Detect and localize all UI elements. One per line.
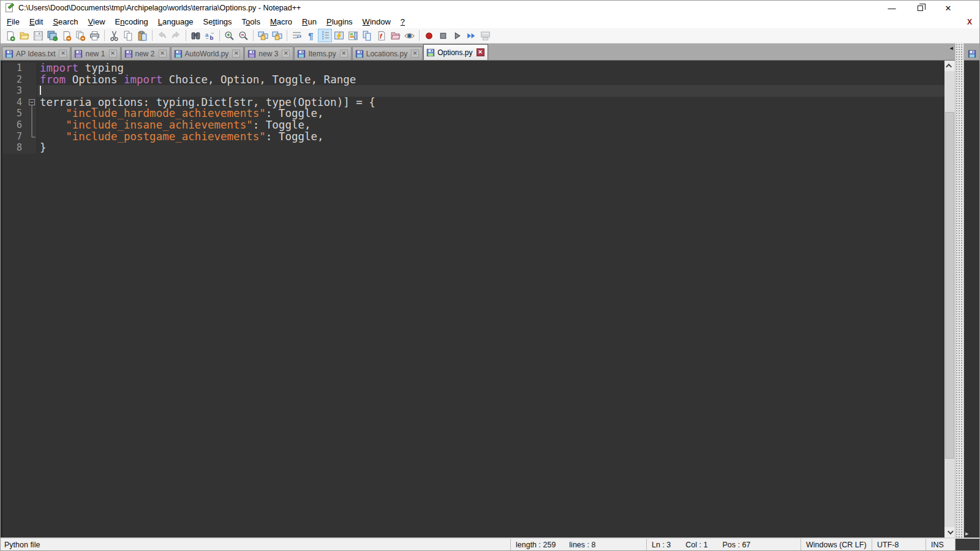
- tab-close-icon[interactable]: ✕: [340, 50, 348, 58]
- folder-as-workspace-button[interactable]: [388, 29, 402, 42]
- tab-close-icon[interactable]: ✕: [109, 50, 117, 58]
- tab-options.py[interactable]: Options.py✕: [423, 44, 488, 60]
- tab-new-1[interactable]: new 1✕: [71, 47, 120, 60]
- fold-collapse-icon[interactable]: [27, 97, 37, 108]
- restore-button[interactable]: [906, 1, 934, 15]
- undo-button[interactable]: [155, 29, 169, 42]
- new-file-button[interactable]: [3, 29, 17, 42]
- menu-view[interactable]: View: [83, 16, 110, 28]
- macro-stop-button[interactable]: [436, 29, 450, 42]
- tab-close-icon[interactable]: ✕: [232, 50, 240, 58]
- show-all-characters-button[interactable]: ¶: [304, 29, 318, 42]
- replace-button[interactable]: ab: [203, 29, 217, 42]
- scroll-up-icon[interactable]: [944, 61, 955, 71]
- function-completion-icon: [334, 31, 344, 41]
- tab-label: AP Ideas.txt: [16, 50, 55, 58]
- tab-ap-ideas.txt[interactable]: AP Ideas.txt✕: [2, 47, 70, 60]
- tab-close-icon[interactable]: ✕: [282, 50, 290, 58]
- tab-close-icon[interactable]: ✕: [59, 50, 67, 58]
- code-line[interactable]: 3: [2, 85, 944, 97]
- zoom-in-button[interactable]: [222, 29, 236, 42]
- close-button[interactable]: ✕: [934, 1, 962, 15]
- save-file-button[interactable]: [31, 29, 45, 42]
- document-map-button[interactable]: [346, 29, 360, 42]
- word-wrap-button[interactable]: [290, 29, 304, 42]
- find-button[interactable]: [189, 29, 203, 42]
- menu-language[interactable]: Language: [153, 16, 198, 28]
- close-document-x[interactable]: X: [965, 18, 974, 26]
- tab-items.py[interactable]: Items.py✕: [294, 47, 351, 60]
- redo-button[interactable]: [169, 29, 183, 42]
- sync-horizontal-button[interactable]: [270, 29, 284, 42]
- document-map-icon: [348, 31, 358, 41]
- fold-margin: [27, 119, 37, 131]
- tab-close-icon[interactable]: ✕: [159, 50, 167, 58]
- tab-new-2[interactable]: new 2✕: [121, 47, 170, 60]
- view-splitter[interactable]: [955, 43, 964, 538]
- paste-button[interactable]: [135, 29, 149, 42]
- sync-vertical-button[interactable]: [256, 29, 270, 42]
- file-icon: [426, 48, 435, 57]
- cut-button[interactable]: [107, 29, 121, 42]
- menu-tools[interactable]: Tools: [237, 16, 265, 28]
- line-number: 3: [2, 85, 27, 97]
- copy-button[interactable]: [121, 29, 135, 42]
- menu-[interactable]: ?: [396, 16, 410, 28]
- scrollbar-thumb[interactable]: [945, 112, 954, 459]
- menu-file[interactable]: File: [2, 16, 24, 28]
- tab-autoworld.py[interactable]: AutoWorld.py✕: [171, 47, 244, 60]
- file-icon: [247, 50, 256, 58]
- macro-record-button[interactable]: [422, 29, 436, 42]
- open-file-button[interactable]: [17, 29, 31, 42]
- menu-window[interactable]: Window: [358, 16, 396, 28]
- tab-close-icon[interactable]: ✕: [477, 48, 484, 56]
- minimize-button[interactable]: —: [878, 1, 906, 15]
- menu-plugins[interactable]: Plugins: [322, 16, 358, 28]
- code-editor[interactable]: 1import typing2from Options import Choic…: [1, 61, 944, 538]
- close-all-button[interactable]: [74, 29, 88, 42]
- menu-search[interactable]: Search: [48, 16, 83, 28]
- code-line[interactable]: 2from Options import Choice, Option, Tog…: [2, 74, 944, 86]
- tab-scroll-left-icon[interactable]: ◀: [950, 46, 953, 51]
- macro-run-multiple-icon: [466, 31, 477, 41]
- document-switcher-button[interactable]: [360, 29, 374, 42]
- code-line[interactable]: 1import typing: [2, 62, 944, 74]
- secondary-view-editor[interactable]: ▶: [964, 60, 979, 538]
- code-line[interactable]: 7 "include_postgame_achievements": Toggl…: [2, 131, 944, 143]
- menu-settings[interactable]: Settings: [198, 16, 237, 28]
- function-list-button[interactable]: f: [374, 29, 388, 42]
- monitoring-icon: [404, 31, 415, 41]
- code-line[interactable]: 6 "include_insane_achievements": Toggle,: [2, 119, 944, 131]
- menu-encoding[interactable]: Encoding: [110, 16, 153, 28]
- status-caret-position: Ln : 3 Col : 1 Pos : 67: [646, 539, 801, 550]
- scroll-right-icon[interactable]: ▶: [965, 531, 968, 536]
- menu-edit[interactable]: Edit: [24, 16, 48, 28]
- monitoring-button[interactable]: [402, 29, 417, 42]
- scroll-down-icon[interactable]: [944, 527, 955, 538]
- secondary-view-tab[interactable]: [964, 43, 979, 60]
- zoom-out-button[interactable]: [236, 29, 251, 42]
- save-all-button[interactable]: [45, 29, 59, 42]
- macro-play-button[interactable]: [450, 29, 464, 42]
- tab-close-icon[interactable]: ✕: [411, 50, 419, 58]
- tab-new-3[interactable]: new 3✕: [244, 47, 293, 60]
- tab-label: AutoWorld.py: [185, 50, 229, 58]
- code-line[interactable]: 4terraria_options: typing.Dict[str, type…: [2, 97, 944, 108]
- function-completion-button[interactable]: [332, 29, 346, 42]
- code-line[interactable]: 8}: [2, 142, 944, 154]
- vertical-scrollbar[interactable]: [944, 61, 955, 538]
- code-text: from Options import Choice, Option, Togg…: [37, 74, 356, 86]
- print-button[interactable]: [88, 29, 102, 42]
- toolbar-separator: [287, 30, 287, 41]
- code-line[interactable]: 5 "include_hardmode_achievements": Toggl…: [2, 108, 944, 119]
- close-file-button[interactable]: [59, 29, 74, 42]
- show-indent-guide-icon: [320, 31, 330, 41]
- tab-locations.py[interactable]: Locations.py✕: [352, 47, 423, 60]
- fold-margin: [27, 131, 37, 143]
- menu-macro[interactable]: Macro: [265, 16, 297, 28]
- macro-save-button[interactable]: [478, 29, 492, 42]
- show-indent-guide-button[interactable]: [318, 29, 332, 42]
- menu-run[interactable]: Run: [297, 16, 322, 28]
- macro-run-multiple-button[interactable]: [464, 29, 478, 42]
- fold-margin: [27, 74, 37, 86]
